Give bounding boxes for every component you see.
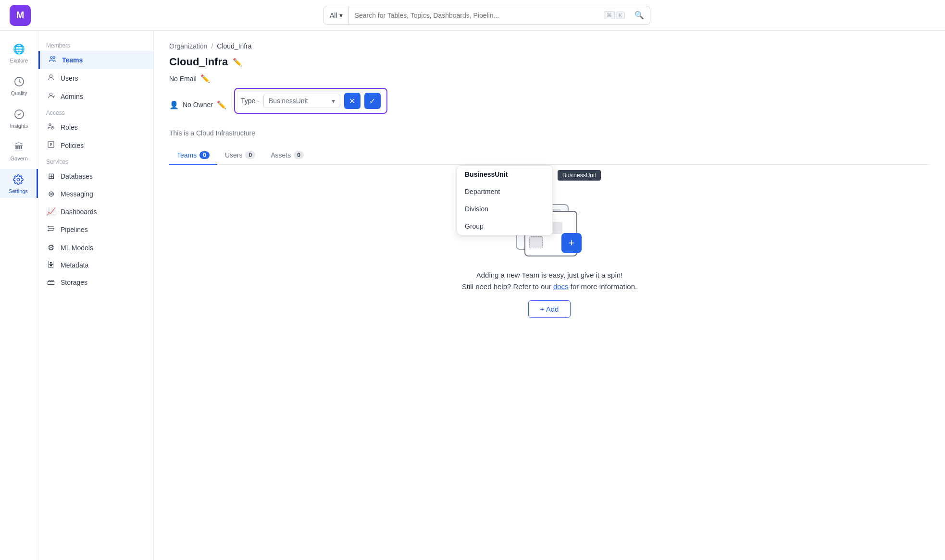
search-bar[interactable]: All ▾ ⌘ K 🔍 — [323, 6, 650, 25]
explore-label: Explore — [10, 58, 28, 63]
edit-owner-icon[interactable]: ✏️ — [217, 100, 226, 110]
no-owner-label: No Owner — [183, 101, 213, 109]
roles-label: Roles — [61, 123, 78, 131]
sidebar-item-ml-models[interactable]: ⚙ ML Models — [38, 239, 153, 256]
logo-letter: M — [16, 10, 25, 21]
dashboards-label: Dashboards — [61, 208, 97, 216]
tab-users-label: Users — [225, 151, 243, 159]
breadcrumb-current: Cloud_Infra — [217, 42, 251, 50]
sidebar-item-teams[interactable]: Teams — [38, 51, 153, 69]
storages-icon: 🗃 — [46, 278, 56, 287]
search-icon[interactable]: 🔍 — [629, 11, 650, 20]
sidebar-item-messaging[interactable]: ⊛ Messaging — [38, 185, 153, 203]
svg-point-3 — [50, 57, 52, 59]
search-input[interactable] — [349, 12, 600, 19]
tab-assets[interactable]: Assets 0 — [263, 146, 311, 165]
owner-icon: 👤 — [169, 100, 179, 110]
ml-models-label: ML Models — [61, 244, 93, 252]
dashboards-icon: 📈 — [46, 207, 56, 216]
search-all-label: All — [330, 12, 337, 19]
type-confirm-button[interactable]: ✓ — [364, 93, 381, 109]
teams-icon — [48, 55, 57, 65]
page-title: Cloud_Infra — [169, 56, 228, 68]
k-key: K — [616, 12, 625, 19]
tab-teams-label: Teams — [177, 151, 197, 159]
sidebar-item-dashboards[interactable]: 📈 Dashboards — [38, 203, 153, 220]
search-shortcut: ⌘ K — [600, 11, 629, 19]
sidebar-item-users[interactable]: Users — [38, 69, 153, 87]
users-icon — [46, 73, 56, 83]
tabs: Teams 0 Users 0 Assets 0 — [169, 146, 930, 165]
sidebar-item-insights[interactable]: Insights — [0, 104, 38, 133]
section-services: Services — [38, 155, 153, 167]
add-button[interactable]: + Add — [528, 300, 571, 318]
sidebar-item-policies[interactable]: Policies — [38, 136, 153, 155]
tab-users[interactable]: Users 0 — [217, 146, 263, 165]
svg-point-6 — [50, 93, 52, 96]
sidebar-item-settings[interactable]: Settings — [0, 169, 38, 198]
svg-point-2 — [17, 178, 20, 181]
messaging-label: Messaging — [61, 190, 93, 198]
app-logo: M — [10, 5, 31, 26]
admins-icon — [46, 92, 56, 101]
svg-point-11 — [53, 228, 54, 229]
main-layout: 🌐 Explore Quality Insights 🏛 Govern Sett… — [0, 31, 945, 560]
breadcrumb-org[interactable]: Organization — [169, 42, 207, 50]
empty-line1: Adding a new Team is easy, just give it … — [462, 269, 637, 281]
databases-icon: ⊞ — [46, 171, 56, 181]
admins-label: Admins — [61, 93, 83, 100]
govern-label: Govern — [10, 156, 27, 161]
type-cancel-button[interactable]: ✕ — [344, 93, 361, 109]
sidebar-item-metadata[interactable]: 🗄 Metadata — [38, 256, 153, 274]
sidebar-item-govern[interactable]: 🏛 Govern — [0, 136, 38, 165]
dropdown-item-department[interactable]: Department — [457, 183, 552, 200]
sidebar-item-quality[interactable]: Quality — [0, 71, 38, 100]
sidebar-item-roles[interactable]: Roles — [38, 118, 153, 136]
sidebar-item-explore[interactable]: 🌐 Explore — [0, 38, 38, 67]
govern-icon: 🏛 — [12, 140, 26, 154]
type-label: Type - — [241, 97, 260, 105]
docs-link[interactable]: docs — [553, 282, 569, 291]
insights-icon — [12, 108, 26, 121]
insights-label: Insights — [10, 123, 28, 129]
svg-point-4 — [53, 57, 55, 59]
type-tooltip: BusinessUnit — [558, 170, 601, 181]
policies-label: Policies — [61, 142, 84, 149]
topbar: M All ▾ ⌘ K 🔍 — [0, 0, 945, 31]
users-label: Users — [61, 74, 78, 82]
dropdown-item-group[interactable]: Group — [457, 218, 552, 235]
type-edit-container: Type - BusinessUnit ▾ ✕ ✓ — [234, 88, 387, 114]
edit-email-icon[interactable]: ✏️ — [200, 74, 210, 83]
explore-icon: 🌐 — [12, 42, 26, 56]
dropdown-item-division[interactable]: Division — [457, 200, 552, 218]
page-title-row: Cloud_Infra ✏️ — [169, 56, 930, 68]
tab-teams[interactable]: Teams 0 — [169, 146, 217, 165]
settings-label: Settings — [9, 188, 28, 194]
email-row: No Email ✏️ — [169, 74, 930, 83]
breadcrumb: Organization / Cloud_Infra — [169, 42, 930, 50]
cmd-key: ⌘ — [604, 11, 615, 19]
svg-point-7 — [49, 124, 51, 126]
ml-models-icon: ⚙ — [46, 243, 56, 252]
roles-icon — [46, 122, 56, 132]
type-chevron-icon: ▾ — [332, 97, 335, 105]
tab-assets-label: Assets — [271, 151, 291, 159]
pipelines-icon — [46, 225, 56, 234]
dropdown-item-businessunit[interactable]: BusinessUnit — [457, 166, 552, 183]
empty-state-text: Adding a new Team is easy, just give it … — [462, 269, 637, 292]
edit-title-icon[interactable]: ✏️ — [233, 58, 242, 67]
icon-sidebar: 🌐 Explore Quality Insights 🏛 Govern Sett… — [0, 31, 38, 560]
tab-teams-badge: 0 — [199, 151, 210, 159]
sidebar-item-pipelines[interactable]: Pipelines — [38, 220, 153, 239]
sidebar-item-databases[interactable]: ⊞ Databases — [38, 167, 153, 185]
svg-point-12 — [48, 230, 49, 231]
tab-users-badge: 0 — [245, 151, 255, 159]
type-select-dropdown[interactable]: BusinessUnit ▾ — [263, 94, 340, 108]
chevron-down-icon: ▾ — [339, 12, 343, 19]
search-all-dropdown[interactable]: All ▾ — [324, 6, 349, 24]
metadata-label: Metadata — [61, 261, 88, 269]
section-members: Members — [38, 38, 153, 51]
sidebar-item-storages[interactable]: 🗃 Storages — [38, 274, 153, 291]
teams-label: Teams — [62, 56, 83, 64]
sidebar-item-admins[interactable]: Admins — [38, 87, 153, 106]
